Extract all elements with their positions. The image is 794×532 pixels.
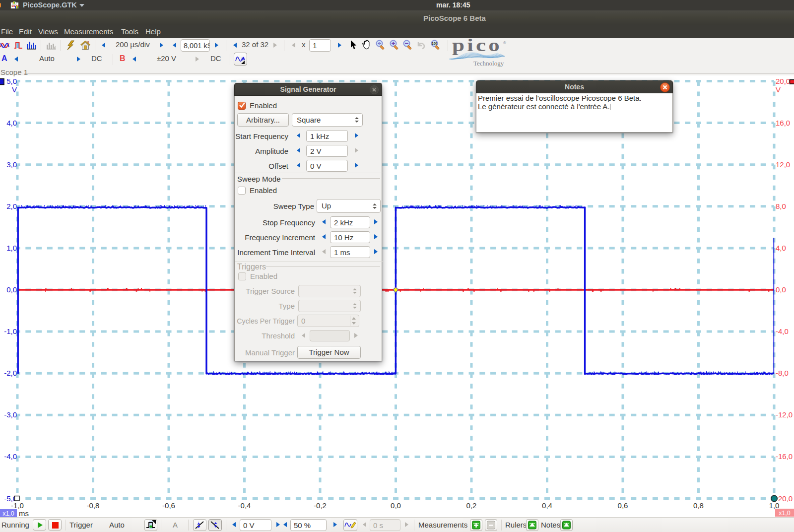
svg-text:0,4: 0,4 xyxy=(542,501,552,510)
svg-text:0,8: 0,8 xyxy=(693,501,704,510)
svg-text:0,0: 0,0 xyxy=(6,285,17,294)
svg-text:-0,2: -0,2 xyxy=(314,501,327,510)
svg-text:ms: ms xyxy=(19,509,29,517)
svg-text:-1,0: -1,0 xyxy=(4,327,17,335)
svg-text:-1,0: -1,0 xyxy=(11,501,24,510)
svg-text:-0,8: -0,8 xyxy=(87,501,100,510)
svg-text:Scope 1: Scope 1 xyxy=(0,68,28,76)
svg-text:4,0: 4,0 xyxy=(6,119,17,127)
svg-text:-3,0: -3,0 xyxy=(4,410,17,419)
svg-text:-0,6: -0,6 xyxy=(162,501,175,510)
svg-text:V: V xyxy=(12,85,17,94)
svg-text:x1,0: x1,0 xyxy=(2,510,14,517)
svg-text:16,0: 16,0 xyxy=(776,119,790,127)
svg-text:20,0: 20,0 xyxy=(776,77,790,85)
svg-text:1,0: 1,0 xyxy=(6,244,17,252)
svg-text:x1,0: x1,0 xyxy=(779,510,791,517)
svg-text:-2,0: -2,0 xyxy=(4,369,17,377)
svg-text:8,0: 8,0 xyxy=(776,202,786,210)
svg-text:V: V xyxy=(776,85,781,94)
svg-text:4,0: 4,0 xyxy=(776,244,786,252)
svg-text:-4,0: -4,0 xyxy=(776,327,789,335)
svg-text:5,0: 5,0 xyxy=(6,77,17,85)
svg-text:2,0: 2,0 xyxy=(6,202,17,210)
svg-text:-16,0: -16,0 xyxy=(776,452,793,461)
svg-text:-8,0: -8,0 xyxy=(776,369,789,377)
svg-text:100: 100 xyxy=(432,42,437,45)
svg-text:-0,4: -0,4 xyxy=(238,501,251,510)
svg-text:0,6: 0,6 xyxy=(618,501,628,510)
svg-text:0,2: 0,2 xyxy=(466,501,477,510)
svg-text:1,0: 1,0 xyxy=(769,501,780,510)
svg-text:-12,0: -12,0 xyxy=(776,410,793,419)
svg-text:0,0: 0,0 xyxy=(776,285,786,294)
svg-text:0,0: 0,0 xyxy=(391,501,401,510)
svg-text:-4,0: -4,0 xyxy=(4,452,17,461)
svg-text:3,0: 3,0 xyxy=(6,160,17,169)
svg-text:12,0: 12,0 xyxy=(776,160,790,169)
